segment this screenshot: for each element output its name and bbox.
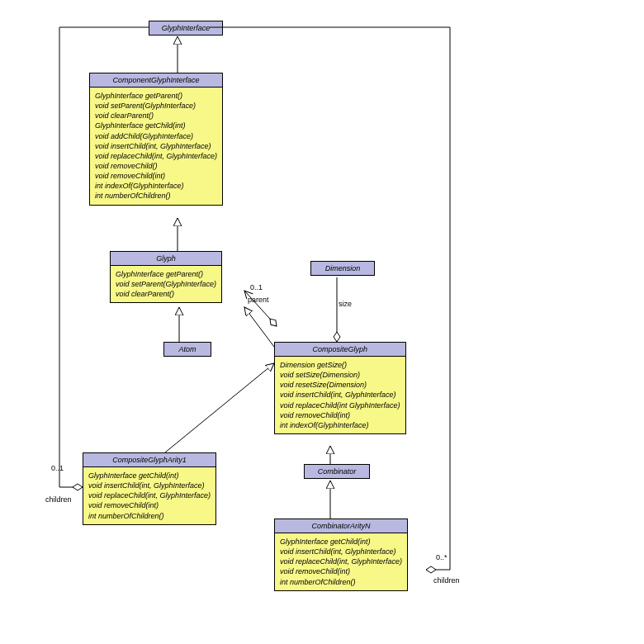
class-name: CombinatorArityN (275, 519, 407, 533)
class-name: Dimension (325, 264, 361, 272)
class-compositeglyph[interactable]: CompositeGlyph Dimension getSize()void s… (274, 342, 406, 434)
class-glyph[interactable]: Glyph GlyphInterface getParent()void set… (110, 251, 222, 303)
class-methods: GlyphInterface getChild(int)void insertC… (83, 467, 215, 524)
label-parent-mult: 0..1 (250, 283, 263, 291)
class-name: CompositeGlyph (275, 343, 405, 357)
class-compositeglypharity1[interactable]: CompositeGlyphArity1 GlyphInterface getC… (83, 452, 216, 525)
class-name: CompositeGlyphArity1 (83, 453, 215, 467)
class-name: ComponentGlyphInterface (90, 73, 222, 88)
label-parent: parent (248, 296, 269, 304)
class-combinatorarityn[interactable]: CombinatorArityN GlyphInterface getChild… (274, 519, 408, 591)
class-name: Combinator (318, 467, 357, 476)
class-componentglyphinterface[interactable]: ComponentGlyphInterface GlyphInterface g… (89, 73, 223, 206)
label-children-right: children (433, 576, 460, 585)
class-methods: GlyphInterface getParent()void setParent… (111, 266, 221, 302)
class-name: Atom (178, 345, 196, 353)
label-children-right-mult: 0..* (436, 553, 447, 561)
label-children-left-mult: 0..1 (51, 464, 64, 472)
label-size: size (339, 300, 352, 308)
class-methods: GlyphInterface getParent()void setParent… (90, 88, 222, 205)
class-glyphinterface[interactable]: GlyphInterface (149, 21, 223, 36)
class-atom[interactable]: Atom (163, 342, 211, 357)
class-methods: GlyphInterface getChild(int)void insertC… (275, 533, 407, 590)
svg-line-3 (244, 307, 274, 347)
svg-line-6 (165, 363, 274, 452)
class-name: Glyph (111, 252, 221, 266)
class-dimension[interactable]: Dimension (310, 261, 375, 276)
class-combinator[interactable]: Combinator (304, 464, 370, 479)
class-methods: Dimension getSize()void setSize(Dimensio… (275, 357, 405, 433)
class-name: GlyphInterface (162, 24, 211, 32)
label-children-left: children (45, 495, 72, 504)
